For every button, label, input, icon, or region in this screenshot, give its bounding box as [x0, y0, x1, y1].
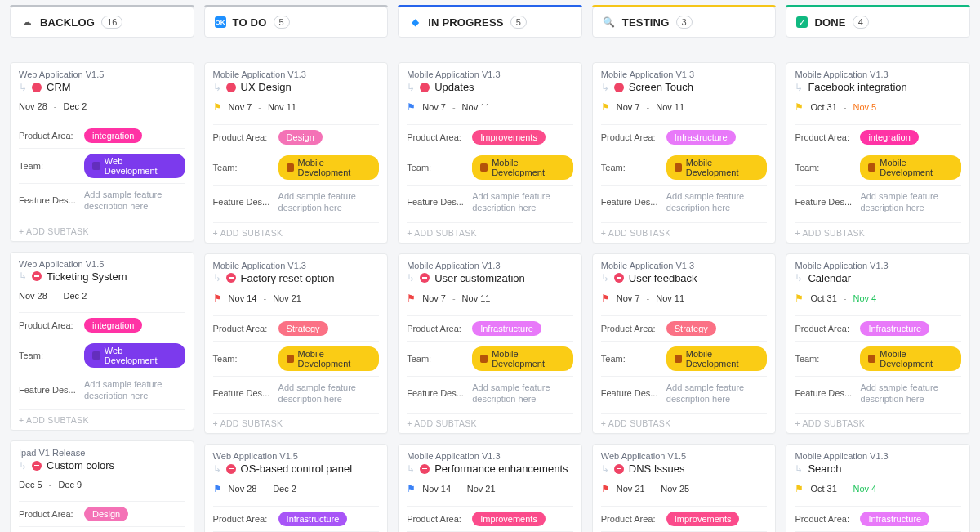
team-row: Team:Mobile Development: [601, 150, 768, 185]
product-area-row: Product Area:Infrastructure: [795, 506, 961, 531]
card-title: User customization: [434, 272, 525, 284]
date-start: Dec 5: [19, 480, 42, 490]
flag-icon: ⚑: [795, 101, 804, 113]
card[interactable]: Mobile Application V1.3↳Performance enha…: [398, 444, 582, 532]
card[interactable]: Mobile Application V1.3↳Factory reset op…: [204, 253, 389, 435]
card-project: Mobile Application V1.3: [601, 261, 768, 270]
team-color-dot: [480, 163, 488, 172]
add-subtask-button[interactable]: + ADD SUBTASK: [213, 413, 380, 428]
add-subtask-button[interactable]: + ADD SUBTASK: [601, 413, 768, 428]
subtask-tree-icon: ↳: [795, 272, 803, 284]
product-area-pill[interactable]: Infrastructure: [860, 512, 929, 526]
product-area-pill[interactable]: Infrastructure: [666, 130, 736, 145]
feature-desc-placeholder[interactable]: Add sample feature description here: [84, 378, 185, 402]
team-pill[interactable]: Mobile Development: [666, 346, 768, 371]
card[interactable]: Ipad V1 Release↳Custom colorsDec 5-Dec 9…: [10, 440, 194, 532]
column-header[interactable]: ◆IN PROGRESS5: [398, 7, 582, 38]
product-area-pill[interactable]: Improvements: [472, 512, 546, 526]
add-subtask-button[interactable]: + ADD SUBTASK: [795, 222, 961, 238]
team-label: Team:: [407, 354, 466, 364]
feature-desc-placeholder[interactable]: Add sample feature description here: [860, 190, 961, 214]
product-area-pill[interactable]: Infrastructure: [472, 321, 541, 336]
card-date-row: Dec 5-Dec 9: [19, 480, 185, 490]
product-area-pill[interactable]: integration: [860, 130, 918, 145]
column-header[interactable]: OKTO DO5: [204, 7, 389, 38]
product-area-row: Product Area:integration: [795, 124, 961, 150]
team-pill[interactable]: Web Development: [84, 343, 185, 368]
date-start: Nov 7: [229, 102, 252, 112]
product-area-pill[interactable]: Design: [84, 507, 128, 521]
product-area-row: Product Area:Strategy: [213, 315, 380, 341]
card-title-row: ↳CRM: [19, 81, 185, 93]
feature-desc-placeholder[interactable]: Add sample feature description here: [666, 382, 768, 405]
team-row: Team:Web Development: [19, 338, 185, 373]
team-pill[interactable]: Mobile Development: [278, 346, 380, 371]
team-pill[interactable]: Mobile Development: [472, 346, 573, 371]
product-area-pill[interactable]: integration: [84, 128, 142, 143]
card[interactable]: Web Application V1.5↳Ticketing SystemNov…: [10, 252, 194, 431]
card[interactable]: Mobile Application V1.3↳Search⚑Oct 31-No…: [786, 444, 970, 532]
column-header[interactable]: ☁BACKLOG16: [10, 7, 194, 38]
date-separator: -: [844, 102, 847, 112]
priority-minus-icon: [420, 464, 430, 474]
feature-desc-label: Feature Des...: [795, 388, 853, 398]
product-area-pill[interactable]: Strategy: [278, 321, 328, 336]
team-pill[interactable]: Mobile Development: [472, 155, 573, 180]
add-subtask-button[interactable]: + ADD SUBTASK: [795, 413, 961, 428]
card[interactable]: Mobile Application V1.3↳User feedback⚑No…: [592, 253, 777, 435]
flag-icon: ⚑: [795, 483, 804, 494]
product-area-pill[interactable]: Design: [278, 130, 323, 145]
card[interactable]: Web Application V1.5↳DNS Issues⚑Nov 21-N…: [592, 444, 777, 532]
team-color-dot: [868, 355, 875, 363]
feature-desc-placeholder[interactable]: Add sample feature description here: [84, 189, 185, 212]
flag-icon: ⚑: [213, 101, 222, 113]
column-header[interactable]: ✓DONE4: [786, 7, 970, 38]
add-subtask-button[interactable]: + ADD SUBTASK: [19, 221, 185, 236]
team-pill[interactable]: Mobile Development: [860, 155, 961, 180]
product-area-pill[interactable]: Strategy: [666, 321, 716, 336]
card-title: CRM: [47, 81, 71, 93]
card[interactable]: Web Application V1.5↳CRMNov 28-Dec 2Prod…: [10, 62, 194, 242]
date-start: Nov 7: [422, 102, 446, 112]
feature-desc-placeholder[interactable]: Add sample feature description here: [666, 190, 768, 214]
card-title-row: ↳Facebook integration: [795, 81, 961, 93]
feature-desc-label: Feature Des...: [19, 195, 78, 205]
feature-desc-placeholder[interactable]: Add sample feature description here: [278, 190, 380, 214]
card[interactable]: Mobile Application V1.3↳UX Design⚑Nov 7-…: [204, 62, 389, 244]
add-subtask-button[interactable]: + ADD SUBTASK: [19, 409, 185, 425]
flag-icon: ⚑: [601, 293, 610, 304]
product-area-pill[interactable]: Infrastructure: [278, 512, 348, 526]
card-title-row: ↳DNS Issues: [601, 463, 768, 475]
card[interactable]: Mobile Application V1.3↳Facebook integra…: [786, 62, 970, 244]
card-title: User feedback: [629, 272, 697, 284]
product-area-label: Product Area:: [795, 514, 853, 524]
add-subtask-button[interactable]: + ADD SUBTASK: [407, 222, 573, 238]
column-count: 5: [510, 16, 527, 29]
feature-desc-placeholder[interactable]: Add sample feature description here: [472, 382, 573, 405]
feature-desc-placeholder[interactable]: Add sample feature description here: [860, 382, 961, 405]
add-subtask-button[interactable]: + ADD SUBTASK: [213, 222, 380, 238]
card[interactable]: Mobile Application V1.3↳Calendar⚑Oct 31-…: [786, 253, 970, 435]
card[interactable]: Mobile Application V1.3↳Updates⚑Nov 7-No…: [398, 62, 582, 244]
team-pill[interactable]: Mobile Development: [278, 155, 380, 180]
add-subtask-button[interactable]: + ADD SUBTASK: [601, 222, 768, 238]
card[interactable]: Mobile Application V1.3↳Screen Touch⚑Nov…: [592, 62, 777, 244]
team-row: Team:Mobile Development: [213, 150, 380, 185]
product-area-pill[interactable]: integration: [84, 318, 142, 333]
priority-minus-icon: [614, 464, 624, 474]
column-header[interactable]: 🔍TESTING3: [592, 7, 777, 38]
card[interactable]: Mobile Application V1.3↳User customizati…: [398, 253, 582, 435]
product-area-pill[interactable]: Improvements: [666, 512, 740, 526]
date-end: Nov 25: [661, 484, 689, 494]
team-pill[interactable]: Mobile Development: [860, 346, 961, 371]
product-area-pill[interactable]: Improvements: [472, 130, 546, 145]
date-separator: -: [258, 102, 261, 112]
product-area-pill[interactable]: Infrastructure: [860, 321, 929, 336]
team-pill[interactable]: Web Development: [84, 154, 185, 178]
card[interactable]: Web Application V1.5↳OS-based control pa…: [204, 444, 389, 532]
feature-desc-placeholder[interactable]: Add sample feature description here: [278, 382, 380, 405]
feature-desc-placeholder[interactable]: Add sample feature description here: [472, 190, 573, 214]
team-pill[interactable]: Mobile Development: [666, 155, 768, 180]
priority-minus-icon: [614, 83, 624, 92]
add-subtask-button[interactable]: + ADD SUBTASK: [407, 413, 573, 428]
